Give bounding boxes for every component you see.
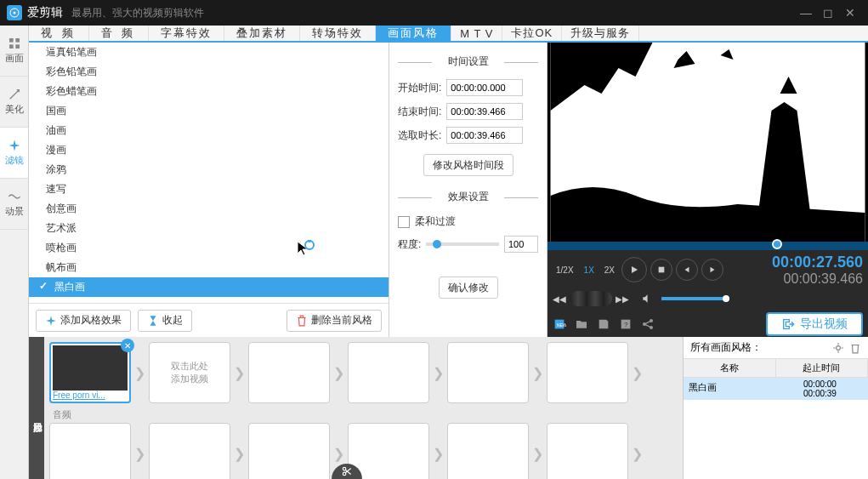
soft-label: 柔和过渡 [415,214,456,229]
svg-text:?: ? [624,321,628,328]
speed-1x[interactable]: 1X [581,264,598,277]
empty-clip[interactable] [547,423,628,479]
list-item[interactable]: 彩色铅笔画 [29,62,389,82]
volume-slider[interactable] [661,297,729,300]
arrow-icon: ❯ [234,365,245,381]
degree-slider[interactable] [426,242,499,246]
prev-frame-button[interactable] [676,259,698,281]
grid-icon [8,37,21,50]
tab-subtitle[interactable]: 字幕特效 [149,26,224,41]
list-item-selected[interactable]: 黑白画 [29,277,389,297]
empty-clip[interactable] [49,423,131,479]
audio-track: ❯ ❯ ❯ ❯ ❯ ❯ [49,423,678,479]
stop-button[interactable] [650,259,672,281]
list-item[interactable]: 创意画 [29,199,389,219]
titlebar: 爱剪辑 最易用、强大的视频剪辑软件 — ◻ ✕ [0,0,868,26]
preview-panel: 1/2X 1X 2X 00:00:27.560 00:00:39.466 ◀◀ … [547,43,868,337]
new-icon[interactable]: NEW [553,317,566,331]
total-time: 00:00:39.466 [772,271,863,287]
speed-2x[interactable]: 2X [601,264,618,277]
empty-clip[interactable]: 双击此处 添加视频 [149,342,230,403]
current-time: 00:00:27.560 [772,254,863,271]
scissors-icon [341,465,353,477]
seek-slider[interactable] [547,242,868,250]
delete-style-button[interactable]: 删除当前风格 [286,310,382,332]
save-icon[interactable] [597,317,610,331]
export-button[interactable]: 导出视频 [766,312,863,336]
end-label: 结束时间: [398,105,441,119]
tab-transition[interactable]: 转场特效 [300,26,376,41]
video-preview[interactable] [547,43,868,242]
minimize-button[interactable]: — [795,4,817,21]
effect-section-title: 效果设置 [398,190,538,204]
empty-clip[interactable] [248,342,330,403]
degree-input[interactable] [504,236,538,253]
modify-time-button[interactable]: 修改风格时间段 [423,154,513,176]
sidetab-filter[interactable]: 滤镜 [0,128,28,179]
applied-styles-panel: 所有画面风格： 名称 起止时间 黑白画 00:00:0000:00:39 [683,337,868,479]
list-item[interactable]: 涂鸦 [29,160,389,180]
tab-karaoke[interactable]: 卡拉OK [502,26,562,41]
col-time: 起止时间 [776,359,869,377]
svg-rect-3 [15,38,20,43]
arrow-icon: ❯ [134,446,145,462]
sidetab-motion[interactable]: 动景 [0,179,28,230]
list-item[interactable]: 速写 [29,180,389,199]
tab-audio[interactable]: 音 频 [89,26,150,41]
volume-icon[interactable] [641,293,653,305]
list-item[interactable]: 漫画 [29,140,389,160]
empty-clip[interactable] [447,342,529,403]
empty-clip[interactable] [248,423,330,479]
end-time-input[interactable] [446,103,523,120]
add-style-button[interactable]: 添加风格效果 [36,310,131,332]
soft-checkbox[interactable] [398,216,410,228]
collapse-button[interactable]: 收起 [138,310,192,332]
close-button[interactable]: ✕ [839,4,861,21]
svg-rect-2 [9,38,14,43]
tab-video[interactable]: 视 频 [29,26,89,41]
list-item[interactable]: 喷枪画 [29,238,389,258]
speed-half[interactable]: 1/2X [553,264,577,277]
empty-clip[interactable] [149,423,230,479]
clip-close-icon[interactable]: ✕ [121,339,134,352]
empty-clip[interactable] [348,342,429,403]
timeline: 已添加片段 ✕ Free porn vi... ❯ 双击此处 添加视频 ❯ ❯ … [29,337,868,479]
list-item[interactable]: 油画 [29,121,389,140]
trash-icon[interactable] [849,342,861,354]
empty-clip[interactable] [547,342,628,403]
sparkle-icon [8,139,21,152]
confirm-button[interactable]: 确认修改 [439,277,498,299]
folder-icon[interactable] [575,317,588,331]
help-icon[interactable]: ? [619,317,633,331]
next-frame-button[interactable] [701,259,723,281]
start-time-input[interactable] [446,79,523,96]
video-track: ✕ Free porn vi... ❯ 双击此处 添加视频 ❯ ❯ ❯ ❯ ❯ [49,342,678,403]
empty-clip[interactable] [447,423,529,479]
wave-icon [8,190,21,203]
list-item[interactable]: 彩色蜡笔画 [29,82,389,101]
arrow-icon: ❯ [532,365,543,381]
sidetab-canvas[interactable]: 画面 [0,26,28,77]
tab-upgrade[interactable]: 升级与服务 [562,26,639,41]
tab-style[interactable]: 画面风格 [376,26,451,41]
video-clip[interactable]: ✕ Free porn vi... [49,342,131,403]
tab-overlay[interactable]: 叠加素材 [224,26,300,41]
duration-input[interactable] [446,127,523,144]
play-button[interactable] [621,257,647,282]
list-item[interactable]: 帆布画 [29,258,389,277]
list-item[interactable]: 国画 [29,101,389,121]
audio-label: 音频 [49,407,678,423]
share-icon[interactable] [641,317,655,331]
list-item[interactable]: 逼真铅笔画 [29,43,389,62]
jog-wheel[interactable] [570,291,612,306]
sidetab-beautify[interactable]: 美化 [0,77,28,128]
style-row[interactable]: 黑白画 00:00:0000:00:39 [684,378,868,400]
maximize-button[interactable]: ◻ [817,4,839,21]
gear-icon[interactable] [832,342,844,354]
clip-caption: Free porn vi... [53,391,128,400]
tab-mtv[interactable]: M T V [451,26,502,41]
hourglass-icon [147,315,159,327]
arrow-icon: ❯ [333,365,344,381]
settings-panel: 时间设置 开始时间: 结束时间: 选取时长: 修改风格时间段 效果设置 柔和过渡… [389,43,547,337]
list-item[interactable]: 艺术派 [29,219,389,238]
